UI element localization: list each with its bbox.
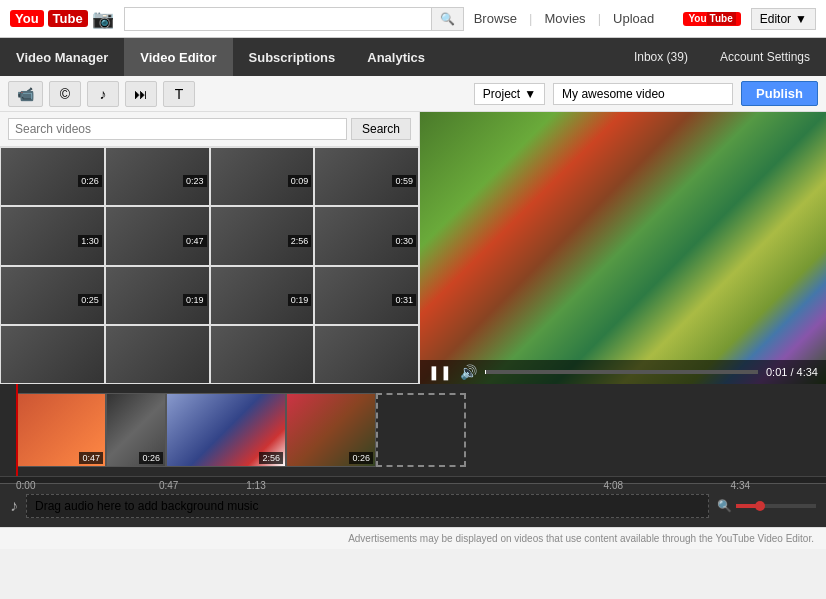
thumbnail-image	[211, 326, 314, 384]
editor-label: Editor	[760, 12, 791, 26]
footer-text: Advertisements may be displayed on video…	[348, 533, 814, 544]
list-item[interactable]: Clouds at sunset (... 0:31	[314, 266, 419, 325]
list-item[interactable]: Zebra 0:23	[105, 147, 210, 206]
video-duration: 0:31	[392, 294, 416, 306]
zoom-icon: 🔍	[717, 499, 732, 513]
time-display: 0:01 / 4:34	[766, 366, 818, 378]
list-item[interactable]: Small waterfall 0:25	[0, 266, 105, 325]
video-duration: 0:30	[392, 235, 416, 247]
project-chevron-icon: ▼	[524, 87, 536, 101]
upload-link[interactable]: Upload	[613, 11, 654, 26]
video-duration: 2:56	[288, 235, 312, 247]
browse-link[interactable]: Browse	[474, 11, 517, 26]
timeline-clip[interactable]: 2:56	[166, 393, 286, 467]
youtube-logo: YouTube 📷	[10, 8, 114, 30]
preview-controls: ❚❚ 🔊 0:01 / 4:34	[420, 360, 826, 384]
tube-text: Tube	[48, 10, 88, 27]
editor-chevron-icon: ▼	[795, 12, 807, 26]
ruler-mark-1: 0:47	[159, 480, 178, 491]
video-tool-button[interactable]: 📹	[8, 81, 43, 107]
list-item[interactable]: Flowers in park	[314, 325, 419, 384]
copyright-tool-button[interactable]: ©	[49, 81, 81, 107]
publish-button[interactable]: Publish	[741, 81, 818, 106]
music-tool-button[interactable]: ♪	[87, 81, 119, 107]
video-duration: 0:19	[183, 294, 207, 306]
zoom-handle	[755, 501, 765, 511]
total-time: 4:34	[797, 366, 818, 378]
you-text: You	[10, 10, 44, 27]
account-settings-link[interactable]: Account Settings	[704, 50, 826, 64]
search-videos-button[interactable]: Search	[351, 118, 411, 140]
list-item[interactable]: Giant Panda 0:26	[0, 147, 105, 206]
preview-video	[420, 112, 826, 384]
progress-fill	[485, 370, 486, 374]
global-search: 🔍	[124, 7, 464, 31]
sidebar-item-video-manager[interactable]: Video Manager	[0, 38, 124, 76]
thumbnail-image	[315, 326, 418, 384]
transition-tool-button[interactable]: ⏭	[125, 81, 157, 107]
sidebar-item-analytics[interactable]: Analytics	[351, 38, 441, 76]
timeline-clips: 0:470:262:560:26	[16, 390, 810, 470]
footer: Advertisements may be displayed on video…	[0, 527, 826, 549]
list-item[interactable]: Statue of Buddha 0:19	[210, 266, 315, 325]
top-links: Browse | Movies | Upload	[474, 11, 655, 26]
list-item[interactable]: Riley the Dog 0:59	[314, 147, 419, 206]
thumbnail-image	[106, 326, 209, 384]
timeline-clip[interactable]: 0:26	[286, 393, 376, 467]
global-search-button[interactable]: 🔍	[431, 7, 464, 31]
list-item[interactable]: Red flowers	[210, 325, 315, 384]
timeline-clip[interactable]: 0:47	[16, 393, 106, 467]
toolbar-right: Project ▼ Publish	[474, 81, 818, 106]
nav-right: Inbox (39) Account Settings	[618, 50, 826, 64]
thumbnail-image	[1, 326, 104, 384]
preview-panel: ❚❚ 🔊 0:01 / 4:34	[420, 112, 826, 384]
timeline-section: 0:470:262:560:26 0:00 0:47 1:13 4:08 4:3…	[0, 384, 826, 483]
movies-link[interactable]: Movies	[544, 11, 585, 26]
zoom-slider[interactable]	[736, 504, 816, 508]
top-nav: YouTube 📷 🔍 Browse | Movies | Upload You…	[0, 0, 826, 38]
clip-duration: 2:56	[259, 452, 283, 464]
progress-bar[interactable]	[485, 370, 758, 374]
clip-duration: 0:26	[139, 452, 163, 464]
list-item[interactable]: Tour of SF: The Se... 1:30	[0, 206, 105, 265]
audio-section: ♪ Drag audio here to add background musi…	[0, 483, 826, 527]
project-dropdown[interactable]: Project ▼	[474, 83, 545, 105]
pause-button[interactable]: ❚❚	[428, 364, 452, 380]
timeline-clip[interactable]: 0:26	[106, 393, 166, 467]
video-duration: 0:25	[78, 294, 102, 306]
audio-drop-area[interactable]: Drag audio here to add background music	[26, 494, 709, 518]
secondary-nav: Video Manager Video Editor Subscriptions…	[0, 38, 826, 76]
zoom-controls: 🔍	[717, 499, 816, 513]
list-item[interactable]: Japanese Tea Gar... 0:19	[105, 266, 210, 325]
current-time: 0:01	[766, 366, 787, 378]
video-duration: 0:47	[183, 235, 207, 247]
project-name-input[interactable]	[553, 83, 733, 105]
editor-dropdown[interactable]: Editor ▼	[751, 8, 816, 30]
ruler-mark-0: 0:00	[16, 480, 35, 491]
text-tool-button[interactable]: T	[163, 81, 195, 107]
list-item[interactable]: Greatest Video Eve... 0:47	[105, 206, 210, 265]
video-search-bar: Search	[0, 112, 419, 147]
inbox-link[interactable]: Inbox (39)	[618, 50, 704, 64]
video-duration: 0:23	[183, 175, 207, 187]
editor-toolbar: 📹 © ♪ ⏭ T Project ▼ Publish	[0, 76, 826, 112]
list-item[interactable]: City at night 0:30	[314, 206, 419, 265]
video-library-panel: Search Giant Panda 0:26 Zebra 0:23 Dogs …	[0, 112, 420, 384]
list-item[interactable]: Man on rowboat	[105, 325, 210, 384]
timeline-track: 0:470:262:560:26	[0, 384, 826, 476]
list-item[interactable]: American flag 2:56	[210, 206, 315, 265]
ruler-mark-3: 4:08	[604, 480, 623, 491]
music-note-icon: ♪	[10, 497, 18, 515]
list-item[interactable]: Street traffic	[0, 325, 105, 384]
video-duration: 1:30	[78, 235, 102, 247]
global-search-input[interactable]	[124, 7, 431, 31]
volume-button[interactable]: 🔊	[460, 364, 477, 380]
list-item[interactable]: Dogs with hats 0:09	[210, 147, 315, 206]
timeline-drop-placeholder[interactable]	[376, 393, 466, 467]
sidebar-item-video-editor[interactable]: Video Editor	[124, 38, 232, 76]
clip-duration: 0:26	[349, 452, 373, 464]
search-videos-input[interactable]	[8, 118, 347, 140]
sidebar-item-subscriptions[interactable]: Subscriptions	[233, 38, 352, 76]
audio-drop-text: Drag audio here to add background music	[35, 499, 258, 513]
clip-duration: 0:47	[79, 452, 103, 464]
